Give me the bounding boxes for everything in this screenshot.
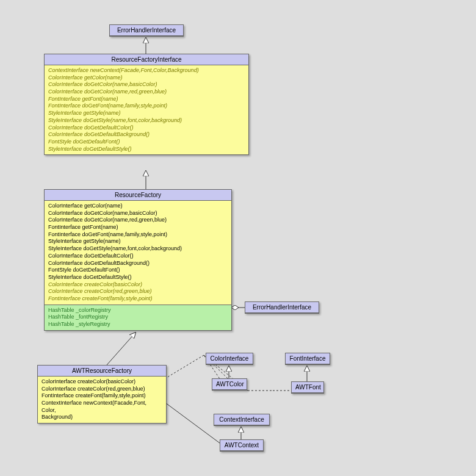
class-error-handler-interface: ErrorHandlerInterface — [109, 24, 184, 37]
method: StyleInterface doGetStyle(name,font,colo… — [48, 245, 228, 253]
method: FontInterface getFont(name) — [48, 224, 228, 231]
class-resource-factory-interface: ResourceFactoryInterface ContextInterfac… — [44, 54, 249, 155]
method: ColorInterface doGetColor(name,basicColo… — [48, 81, 245, 88]
method: FontInterface doGetFont(name,family,styl… — [48, 231, 228, 239]
method: Background) — [41, 414, 162, 421]
method: ColorInterface createColor(basicColor) — [41, 378, 162, 386]
class-name: ContextInterface — [214, 414, 269, 425]
class-awt-font: AWTFont — [291, 381, 324, 394]
method: StyleInterface doGetStyle(name,font,colo… — [48, 117, 245, 124]
method: ColorInterface doGetDefaultBackground() — [48, 131, 245, 139]
method: FontStyle doGetDefaultFont() — [48, 139, 245, 146]
class-name: ErrorHandlerInterface — [245, 302, 319, 313]
method: StyleInterface getStyle(name) — [48, 110, 245, 117]
methods-section: ContextInterface newContext(Facade,Font,… — [45, 65, 248, 154]
method: ContextInterface newContext(Facade,Font,… — [48, 67, 245, 74]
class-name: AWTContext — [220, 440, 263, 451]
class-color-interface: ColorInterface — [206, 353, 253, 365]
class-context-interface: ContextInterface — [214, 414, 270, 426]
method: ColorInterface doGetColor(name,basicColo… — [48, 210, 228, 217]
attributes-section: HashTable _colorRegistry HashTable _font… — [45, 305, 231, 330]
method: Color, — [41, 407, 162, 414]
class-font-interface: FontInterface — [285, 353, 330, 365]
method: ColorInterface createColor(basicColor) — [48, 281, 228, 289]
class-awt-context: AWTContext — [220, 439, 264, 452]
method: StyleInterface doGetDefaultStyle() — [48, 146, 245, 153]
method: ColorInterface getColor(name) — [48, 203, 228, 210]
svg-line-2 — [107, 333, 135, 365]
class-name: AWTResourceFactory — [38, 366, 166, 377]
method: FontInterface createFont(family,style,po… — [41, 392, 162, 400]
attribute: HashTable _colorRegistry — [48, 307, 228, 314]
class-name: ResourceFactoryInterface — [45, 54, 248, 65]
method: ColorInterface doGetColor(name,red,green… — [48, 217, 228, 224]
class-name: ColorInterface — [206, 353, 253, 364]
method: FontStyle doGetDefaultFont() — [48, 267, 228, 274]
class-awt-color: AWTColor — [212, 378, 247, 391]
method: ColorInterface doGetDefaultColor() — [48, 124, 245, 132]
class-name: ErrorHandlerInterface — [110, 25, 183, 36]
method: ColorInterface doGetColor(name,red,green… — [48, 88, 245, 96]
method: ColorInterface createColor(red,green,blu… — [48, 288, 228, 295]
method: StyleInterface doGetDefaultStyle() — [48, 274, 228, 281]
method: FontInterface createFont(family,style,po… — [48, 295, 228, 303]
class-name: AWTFont — [292, 382, 323, 393]
class-error-handler-interface-2: ErrorHandlerInterface — [245, 301, 319, 314]
method: ColorInterface doGetDefaultBackground() — [48, 260, 228, 267]
class-resource-factory: ResourceFactory ColorInterface getColor(… — [44, 189, 232, 331]
svg-line-5 — [165, 355, 204, 378]
method: ContextInterface newContext(Facade,Font, — [41, 400, 162, 407]
class-name: FontInterface — [286, 353, 330, 364]
method: FontInterface doGetFont(name,family,styl… — [48, 103, 245, 110]
method: ColorInterface getColor(name) — [48, 74, 245, 82]
method: FontInterface getFont(name) — [48, 96, 245, 103]
class-name: AWTColor — [212, 379, 247, 390]
methods-section: ColorInterface createColor(basicColor) C… — [38, 377, 166, 423]
svg-line-10 — [165, 403, 220, 443]
class-name: ResourceFactory — [45, 190, 231, 201]
method: ColorInterface doGetDefaultColor() — [48, 253, 228, 260]
method: ColorInterface createColor(red,green,blu… — [41, 386, 162, 393]
attribute: HashTable _fontRegistry — [48, 314, 228, 321]
method: StyleInterface getStyle(name) — [48, 238, 228, 245]
attribute: HashTable _styleRegistry — [48, 321, 228, 328]
class-awt-resource-factory: AWTResourceFactory ColorInterface create… — [37, 365, 167, 424]
methods-section: ColorInterface getColor(name) ColorInter… — [45, 201, 231, 305]
